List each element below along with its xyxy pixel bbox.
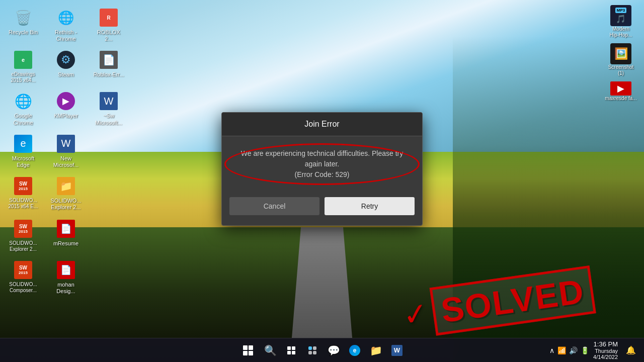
battery-icon[interactable]: 🔋	[581, 346, 589, 354]
svg-rect-3	[292, 351, 295, 354]
dialog-title: Join Error	[304, 120, 339, 128]
join-error-dialog: Join Error We are experiencing technical…	[221, 112, 423, 226]
svg-rect-7	[313, 351, 316, 354]
taskbar-word-button[interactable]: W	[388, 341, 406, 359]
dialog-body: We are experiencing technical difficulti…	[222, 136, 422, 192]
svg-rect-1	[292, 346, 295, 350]
widgets-button[interactable]	[303, 341, 321, 359]
dialog-overlay: Join Error We are experiencing technical…	[0, 0, 644, 338]
notification-button[interactable]: 🔔	[622, 341, 640, 359]
svg-rect-6	[308, 351, 312, 354]
dialog-message: We are experiencing technical difficulti…	[232, 148, 412, 180]
edge-taskbar-icon: e	[349, 345, 360, 356]
svg-rect-5	[313, 346, 316, 350]
taskbar-center: 🔍 💬	[238, 340, 406, 360]
volume-icon[interactable]: 🔊	[569, 346, 578, 354]
error-text-container: We are experiencing technical difficulti…	[232, 148, 412, 180]
system-tray: ∧ 📶 🔊 🔋	[549, 346, 589, 354]
chevron-up-icon[interactable]: ∧	[549, 346, 554, 354]
taskbar-edge-button[interactable]: e	[346, 341, 364, 359]
svg-rect-2	[287, 351, 291, 354]
cancel-button[interactable]: Cancel	[229, 197, 319, 215]
taskbar-right: ∧ 📶 🔊 🔋 1:36 PM Thursday4/14/2022 🔔	[549, 340, 640, 360]
dialog-buttons: Cancel Retry	[222, 192, 422, 225]
taskbar-time-display: 1:36 PM	[593, 340, 618, 348]
widgets-icon	[307, 345, 317, 355]
task-view-button[interactable]	[282, 341, 300, 359]
svg-rect-0	[287, 346, 291, 350]
windows-logo	[243, 345, 253, 355]
start-button[interactable]	[238, 340, 258, 360]
network-icon[interactable]: 📶	[557, 346, 566, 354]
svg-rect-4	[308, 346, 312, 350]
dialog-error-code: (Error Code: 529)	[295, 170, 350, 178]
task-view-icon	[287, 346, 296, 355]
dialog-titlebar: Join Error	[222, 113, 422, 136]
word-taskbar-icon: W	[391, 345, 403, 356]
dialog-message-text: We are experiencing technical difficulti…	[241, 149, 403, 168]
taskbar: 🔍 💬	[0, 338, 644, 362]
chat-button[interactable]: 💬	[325, 341, 343, 359]
desktop: 🗑️ Recycle Bin 🌐 Rethish - Chrome R ROBL…	[0, 0, 644, 362]
retry-button[interactable]: Retry	[325, 197, 415, 215]
taskbar-date-display: Thursday4/14/2022	[593, 348, 618, 360]
search-button[interactable]: 🔍	[261, 341, 279, 359]
taskbar-clock[interactable]: 1:36 PM Thursday4/14/2022	[593, 340, 618, 360]
file-explorer-button[interactable]: 📁	[367, 341, 385, 359]
